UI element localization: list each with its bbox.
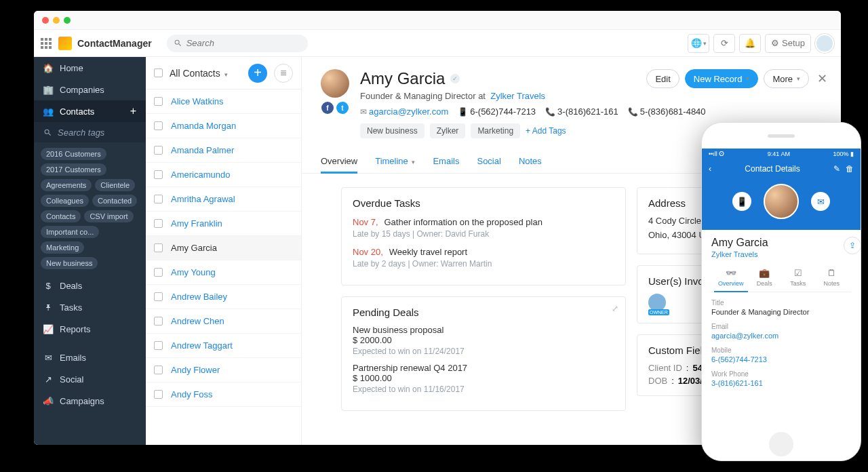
select-all-checkbox[interactable] xyxy=(154,68,163,77)
field-value[interactable]: 3-(816)621-161 xyxy=(711,379,851,387)
add-tags-button[interactable]: + Add Tags xyxy=(526,126,566,136)
tab-notes[interactable]: Notes xyxy=(519,151,542,173)
sidebar-item-tasks[interactable]: 🖈Tasks xyxy=(34,296,146,318)
deal-item[interactable]: New business proposal$ 2000.00Expected t… xyxy=(353,325,614,356)
contact-link[interactable]: Andrew Taggart xyxy=(171,340,233,351)
sidebar-tag[interactable]: New business xyxy=(41,257,98,269)
sidebar-tag[interactable]: 2016 Customers xyxy=(41,148,106,160)
phone-tab-notes[interactable]: 🗒Notes xyxy=(815,268,849,292)
sidebar-tag[interactable]: Contacts xyxy=(41,210,81,222)
list-item[interactable]: Amanda Palmer xyxy=(146,138,301,163)
tab-social[interactable]: Social xyxy=(477,151,500,173)
company-link[interactable]: Zylker Travels xyxy=(490,91,545,101)
row-checkbox[interactable] xyxy=(154,97,163,106)
phone-company-link[interactable]: Zylker Travels xyxy=(711,250,851,258)
tag-pill[interactable]: New business xyxy=(360,123,425,138)
sidebar-tag[interactable]: Clientele xyxy=(95,179,135,191)
list-title[interactable]: All Contacts ▾ xyxy=(170,68,228,79)
row-checkbox[interactable] xyxy=(154,317,163,326)
contact-link[interactable]: Americamundo xyxy=(171,170,230,180)
task-item[interactable]: Nov 20, Weekly travel reportLate by 2 da… xyxy=(353,245,614,269)
sidebar-tag[interactable]: 2017 Customers xyxy=(41,163,106,176)
contact-link[interactable]: Amritha Agrawal xyxy=(171,194,235,204)
sidebar-item-campaigns[interactable]: 📣Campaigns xyxy=(34,390,146,412)
setup-button[interactable]: ⚙ Setup xyxy=(765,34,811,53)
contact-link[interactable]: Andrew Chen xyxy=(171,316,224,326)
new-record-button[interactable]: New Record▾ xyxy=(685,69,759,88)
list-item[interactable]: Andy Flower xyxy=(146,358,301,382)
list-item[interactable]: Amy Garcia xyxy=(146,236,301,260)
tab-overview[interactable]: Overview xyxy=(321,151,357,174)
tag-pill[interactable]: Marketing xyxy=(471,123,520,138)
row-checkbox[interactable] xyxy=(154,366,163,374)
tab-emails[interactable]: Emails xyxy=(433,151,459,173)
sidebar-tag[interactable]: Colleagues xyxy=(41,195,89,207)
edit-icon[interactable]: ✎ xyxy=(833,164,840,174)
tab-timeline[interactable]: Timeline ▾ xyxy=(375,151,415,173)
twitter-icon[interactable]: t xyxy=(336,102,349,114)
globe-button[interactable]: 🌐▾ xyxy=(688,34,709,53)
phone-call-button[interactable]: 📱 xyxy=(732,192,751,211)
sidebar-item-home[interactable]: 🏠Home xyxy=(34,57,146,79)
deal-item[interactable]: Partnership renewal Q4 2017$ 1000.00Expe… xyxy=(353,363,614,394)
list-item[interactable]: Americamundo xyxy=(146,163,301,187)
list-item[interactable]: Andrew Bailey xyxy=(146,285,301,309)
sidebar-tag[interactable]: Contacted xyxy=(92,195,137,207)
contact-link[interactable]: Amy Garcia xyxy=(171,243,217,253)
list-item[interactable]: Amy Franklin xyxy=(146,212,301,236)
list-item[interactable]: Amanda Morgan xyxy=(146,114,301,138)
history-button[interactable]: ⟳ xyxy=(713,34,735,53)
contact-link[interactable]: Amy Franklin xyxy=(171,218,222,229)
list-item[interactable]: Alice Watkins xyxy=(146,90,301,114)
search-tags-input[interactable]: Search tags xyxy=(34,122,146,142)
window-max-dot[interactable] xyxy=(64,17,71,24)
global-search-input[interactable] xyxy=(186,38,301,48)
list-item[interactable]: Amy Young xyxy=(146,260,301,285)
window-close-dot[interactable] xyxy=(42,17,49,24)
phone-mail-button[interactable]: ✉ xyxy=(811,192,830,211)
contact-link[interactable]: Andy Flower xyxy=(171,365,220,375)
more-button[interactable]: More▾ xyxy=(764,69,809,88)
contact-link[interactable]: Andy Foss xyxy=(171,389,212,399)
list-item[interactable]: Amritha Agrawal xyxy=(146,187,301,212)
field-value[interactable]: 6-(562)744-7213 xyxy=(711,355,851,363)
share-icon[interactable]: ⇪ xyxy=(844,237,861,254)
list-item[interactable]: Andrew Taggart xyxy=(146,334,301,358)
list-item[interactable]: Andy Foss xyxy=(146,382,301,407)
contact-link[interactable]: Amanda Morgan xyxy=(171,121,236,131)
row-checkbox[interactable] xyxy=(154,243,163,252)
sidebar-item-deals[interactable]: $Deals xyxy=(34,275,146,296)
email-link[interactable]: agarcia@zylker.com xyxy=(369,106,448,117)
edit-button[interactable]: Edit xyxy=(646,69,679,88)
list-item[interactable]: Andrew Chen xyxy=(146,309,301,334)
delete-icon[interactable]: 🗑 xyxy=(846,164,854,174)
field-value[interactable]: agarcia@zylker.com xyxy=(711,332,851,340)
back-icon[interactable]: ‹ xyxy=(709,164,711,174)
sidebar-tag[interactable]: Marketing xyxy=(41,241,84,254)
phone-tab-deals[interactable]: 💼Deals xyxy=(748,268,782,292)
list-menu-button[interactable]: ≡ xyxy=(274,64,293,83)
contact-link[interactable]: Alice Watkins xyxy=(171,96,224,106)
sidebar-item-contacts[interactable]: 👥Contacts+ xyxy=(34,100,146,122)
phone-home-button[interactable] xyxy=(769,432,793,456)
apps-grid-icon[interactable] xyxy=(41,38,53,49)
sidebar-tag[interactable]: Agreements xyxy=(41,179,92,191)
user-avatar[interactable] xyxy=(815,34,834,53)
sidebar-item-emails[interactable]: ✉Emails xyxy=(34,347,146,368)
row-checkbox[interactable] xyxy=(154,390,163,399)
window-min-dot[interactable] xyxy=(53,17,60,24)
sidebar-item-social[interactable]: ↗Social xyxy=(34,368,146,390)
row-checkbox[interactable] xyxy=(154,195,163,203)
row-checkbox[interactable] xyxy=(154,121,163,130)
expand-icon[interactable]: ⤢ xyxy=(612,304,618,313)
notifications-button[interactable]: 🔔 xyxy=(739,34,761,53)
row-checkbox[interactable] xyxy=(154,170,163,179)
sidebar-item-companies[interactable]: 🏢Companies xyxy=(34,79,146,100)
tag-pill[interactable]: Zylker xyxy=(430,123,466,138)
sidebar-item-reports[interactable]: 📈Reports xyxy=(34,318,146,340)
add-icon[interactable]: + xyxy=(130,105,136,117)
sidebar-tag[interactable]: CSV import xyxy=(84,210,133,222)
row-checkbox[interactable] xyxy=(154,292,163,301)
global-search[interactable] xyxy=(167,35,308,52)
owner-avatar[interactable]: OWNER xyxy=(648,294,666,311)
